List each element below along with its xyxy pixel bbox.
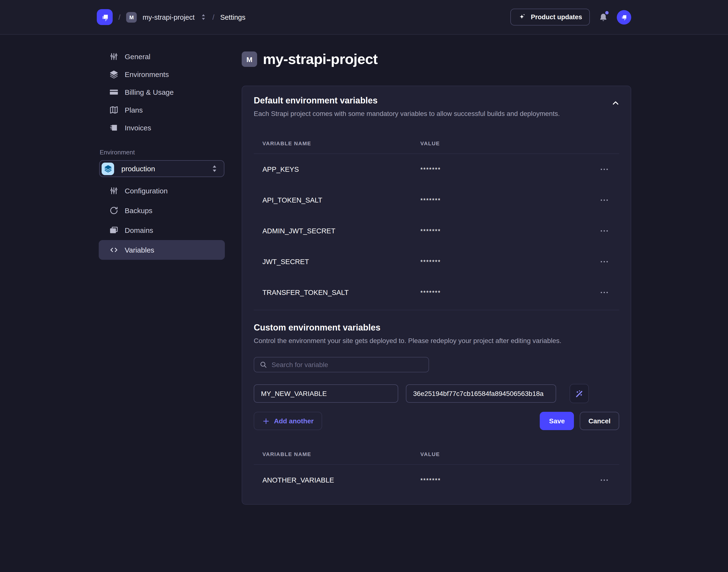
sidebar-item-label: Billing & Usage — [125, 88, 174, 96]
sidebar-item-general[interactable]: General — [99, 48, 225, 65]
breadcrumb-separator: / — [213, 13, 214, 21]
plus-icon — [262, 417, 269, 425]
magic-wand-icon — [574, 389, 584, 398]
notifications-button[interactable] — [599, 12, 608, 22]
layers-blue-icon — [102, 162, 114, 175]
environment-select[interactable]: production — [99, 160, 224, 177]
chevron-up-icon — [611, 98, 620, 108]
sidebar-item-label: Environments — [125, 70, 169, 78]
column-variable-name: VARIABLE NAME — [262, 451, 420, 457]
variable-value-masked: ******* — [420, 477, 598, 484]
project-badge: M — [126, 12, 137, 22]
divider — [254, 310, 619, 310]
column-variable-name: VARIABLE NAME — [262, 140, 420, 146]
table-row: ANOTHER_VARIABLE ******* — [254, 465, 619, 496]
credit-card-icon — [109, 87, 118, 97]
table-row: JWT_SECRET ******* — [254, 246, 619, 277]
sparkle-icon — [518, 13, 527, 21]
variable-name-input[interactable] — [254, 384, 398, 403]
variable-value-masked: ******* — [420, 258, 598, 265]
search-icon — [259, 361, 267, 368]
rotate-icon — [109, 206, 118, 215]
sidebar-item-label: Backups — [125, 206, 153, 215]
notification-dot — [605, 11, 609, 14]
search-input[interactable] — [271, 361, 423, 368]
meatball-menu-icon — [600, 168, 609, 171]
project-title: my-strapi-project — [263, 51, 378, 67]
meatball-menu-icon — [600, 199, 609, 202]
user-avatar[interactable] — [617, 10, 631, 24]
generate-value-button[interactable] — [569, 384, 589, 403]
column-value: VALUE — [420, 451, 440, 457]
save-button[interactable]: Save — [540, 412, 574, 430]
folders-icon — [109, 226, 118, 235]
sidebar-item-label: Configuration — [125, 187, 168, 195]
project-title-badge: M — [242, 52, 257, 67]
variable-name: ADMIN_JWT_SECRET — [262, 227, 420, 235]
strapi-avatar-icon — [620, 13, 628, 21]
default-vars-table-header: VARIABLE NAME VALUE — [254, 140, 619, 146]
sidebar-item-backups[interactable]: Backups — [99, 201, 225, 220]
table-row: TRANSFER_TOKEN_SALT ******* — [254, 277, 619, 308]
custom-vars-table-header: VARIABLE NAME VALUE — [254, 451, 619, 457]
default-vars-description: Each Strapi project comes with some mand… — [254, 110, 619, 118]
add-another-button[interactable]: Add another — [254, 412, 322, 430]
sidebar-item-invoices[interactable]: Invoices — [99, 119, 225, 137]
meatball-menu-icon — [600, 479, 609, 482]
product-updates-label: Product updates — [531, 13, 582, 21]
new-variable-row — [254, 384, 619, 403]
environment-select-value: production — [121, 164, 204, 173]
row-menu-button[interactable] — [598, 477, 610, 484]
variable-value-masked: ******* — [420, 197, 598, 204]
collapse-section-button[interactable] — [611, 98, 620, 109]
strapi-logo-icon[interactable] — [97, 9, 113, 25]
row-menu-button[interactable] — [598, 197, 610, 204]
main-content: M my-strapi-project Default environment … — [242, 34, 631, 505]
sliders-icon — [109, 52, 118, 61]
strapi-cloud-app: / M my-strapi-project / Settings Product… — [0, 0, 728, 572]
sidebar-item-label: General — [125, 53, 150, 61]
breadcrumb-settings[interactable]: Settings — [220, 13, 246, 21]
breadcrumb-project-name[interactable]: my-strapi-project — [142, 13, 194, 21]
cancel-button[interactable]: Cancel — [580, 412, 619, 430]
row-menu-button[interactable] — [598, 166, 610, 173]
up-down-caret-icon[interactable] — [200, 13, 206, 21]
add-another-label: Add another — [274, 417, 314, 425]
default-vars-title: Default environment variables — [254, 96, 619, 106]
meatball-menu-icon — [600, 260, 609, 263]
meatball-menu-icon — [600, 291, 609, 294]
custom-vars-title: Custom environment variables — [254, 323, 619, 333]
breadcrumb: / M my-strapi-project / Settings — [97, 9, 245, 25]
sidebar-item-environments[interactable]: Environments — [99, 65, 225, 83]
sidebar-item-domains[interactable]: Domains — [99, 220, 225, 240]
map-icon — [109, 105, 118, 115]
sidebar-item-configuration[interactable]: Configuration — [99, 181, 225, 201]
row-menu-button[interactable] — [598, 258, 610, 265]
up-down-caret-icon — [211, 164, 218, 173]
custom-vars-description: Control the environment your site gets d… — [254, 337, 619, 345]
product-updates-button[interactable]: Product updates — [510, 9, 590, 25]
variable-name: JWT_SECRET — [262, 258, 420, 266]
sidebar-item-label: Invoices — [125, 124, 151, 132]
sidebar: General Environments — [97, 34, 230, 260]
environment-section-label: Environment — [100, 149, 230, 156]
variable-value-masked: ******* — [420, 289, 598, 296]
project-nav: General Environments — [97, 48, 230, 137]
row-menu-button[interactable] — [598, 289, 610, 296]
sidebar-item-variables[interactable]: Variables — [99, 240, 225, 260]
sidebar-item-billing-usage[interactable]: Billing & Usage — [99, 83, 225, 101]
form-actions: Add another Save Cancel — [254, 412, 619, 430]
top-bar-actions: Product updates — [510, 9, 631, 25]
variable-value-masked: ******* — [420, 166, 598, 173]
variables-card: Default environment variables Each Strap… — [242, 86, 631, 505]
breadcrumb-separator: / — [118, 13, 120, 21]
sidebar-item-label: Domains — [125, 226, 153, 234]
variable-name: ANOTHER_VARIABLE — [262, 476, 420, 484]
row-menu-button[interactable] — [598, 227, 610, 234]
sidebar-item-plans[interactable]: Plans — [99, 101, 225, 119]
page-title: M my-strapi-project — [242, 51, 631, 67]
variable-value-masked: ******* — [420, 227, 598, 234]
table-row: ADMIN_JWT_SECRET ******* — [254, 216, 619, 246]
variable-name: TRANSFER_TOKEN_SALT — [262, 289, 420, 296]
variable-value-input[interactable] — [406, 384, 556, 403]
